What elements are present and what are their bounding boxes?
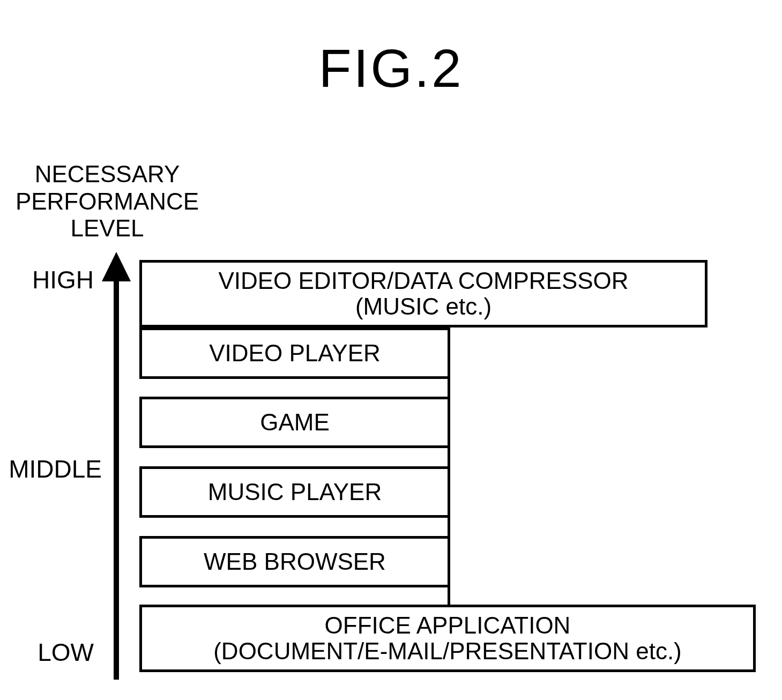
bar-video-editor: VIDEO EDITOR/DATA COMPRESSOR (MUSIC etc.… — [139, 260, 707, 327]
y-tick-high: HIGH — [11, 265, 94, 294]
bar-video-player-label: VIDEO PLAYER — [209, 340, 381, 366]
bar-video-player: VIDEO PLAYER — [139, 327, 450, 379]
bar-game: GAME — [139, 397, 450, 448]
bar-office-application: OFFICE APPLICATION (DOCUMENT/E-MAIL/PRES… — [139, 605, 756, 672]
bar-office-application-label-line2: (DOCUMENT/E-MAIL/PRESENTATION etc.) — [213, 638, 682, 664]
bar-web-browser-label: WEB BROWSER — [204, 549, 386, 575]
bar-office-application-label-line1: OFFICE APPLICATION — [325, 613, 571, 638]
bar-music-player-label: MUSIC PLAYER — [208, 479, 382, 505]
bar-video-editor-label-line1: VIDEO EDITOR/DATA COMPRESSOR — [218, 268, 628, 294]
y-axis-heading-line3: LEVEL — [11, 215, 204, 242]
figure-stage: FIG.2 NECESSARY PERFORMANCE LEVEL HIGH M… — [0, 0, 782, 700]
bar-music-player: MUSIC PLAYER — [139, 466, 450, 518]
bar-web-browser: WEB BROWSER — [139, 536, 450, 587]
y-axis-heading-line2: PERFORMANCE — [11, 188, 204, 215]
figure-title: FIG.2 — [0, 38, 782, 99]
y-tick-middle: MIDDLE — [0, 455, 102, 483]
y-axis-arrow-shaft-icon — [114, 273, 119, 680]
bar-game-label: GAME — [260, 409, 330, 435]
y-axis-heading: NECESSARY PERFORMANCE LEVEL — [11, 161, 204, 242]
bar-video-editor-label-line2: (MUSIC etc.) — [355, 294, 491, 319]
y-axis-heading-line1: NECESSARY — [11, 161, 204, 188]
y-tick-low: LOW — [11, 638, 94, 667]
